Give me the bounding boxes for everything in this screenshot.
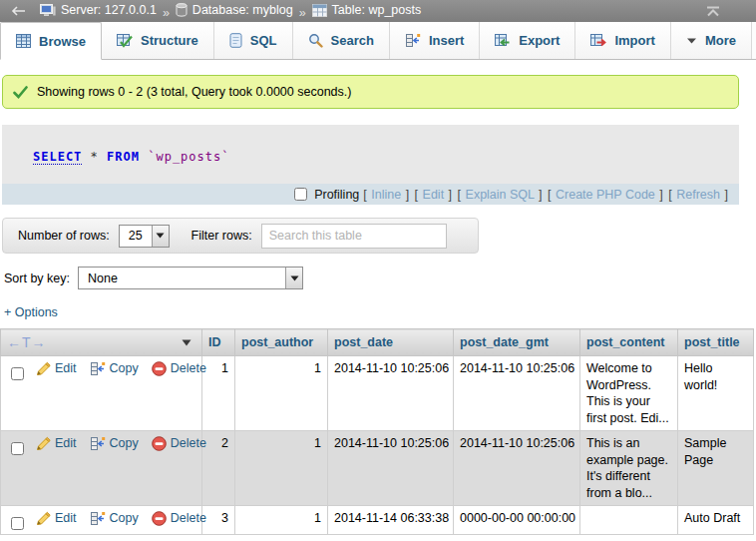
column-header-post_date_gmt[interactable]: post_date_gmt — [454, 329, 580, 356]
database-icon — [176, 3, 188, 17]
sql-icon — [229, 33, 242, 48]
copy-row-link[interactable]: Copy — [90, 435, 139, 452]
breadcrumb-item[interactable]: Table: wp_posts — [312, 3, 422, 17]
column-header-post_date[interactable]: post_date — [328, 329, 454, 356]
options-toggle-link[interactable]: + Options — [4, 305, 58, 319]
breadcrumb-item[interactable]: Database: myblog — [176, 3, 293, 17]
breadcrumb-item-label: Table: wp_posts — [332, 3, 422, 17]
copy-icon — [90, 436, 106, 451]
tab-more[interactable]: More — [671, 22, 752, 59]
tab-label: Structure — [141, 33, 198, 48]
cell-post-date-gmt: 0000-00-00 00:00:00 — [454, 506, 580, 535]
tab-import[interactable]: Import — [575, 22, 670, 59]
browse-icon — [16, 34, 31, 48]
status-message: Showing rows 0 - 2 (3 total, Query took … — [2, 75, 739, 109]
tab-sql[interactable]: SQL — [214, 22, 293, 59]
row-checkbox[interactable] — [11, 367, 24, 380]
breadcrumb-item-label: Database: myblog — [192, 3, 293, 17]
column-header-post_title[interactable]: post_title — [678, 329, 754, 356]
select-arrow-icon — [152, 226, 169, 247]
delete-row-link[interactable]: Delete — [152, 360, 206, 377]
insert-icon — [405, 33, 421, 48]
query-link-inline[interactable]: Inline — [371, 188, 401, 202]
results-table: ←T→IDpost_authorpost_datepost_date_gmtpo… — [0, 328, 754, 535]
breadcrumb: Server: 127.0.0.1»Database: myblog»Table… — [40, 3, 421, 20]
server-icon — [40, 4, 56, 17]
actions-column-header: ←T→ — [1, 329, 202, 356]
tab-browse[interactable]: Browse — [0, 22, 102, 60]
table-row: EditCopyDelete312014-11-14 06:33:380000-… — [1, 506, 754, 535]
query-link-refresh[interactable]: Refresh — [676, 188, 720, 202]
cell-post-content — [580, 506, 678, 535]
cell-post-date-gmt: 2014-11-10 10:25:06 — [454, 431, 580, 506]
cell-post-content: This is an example page. It's different … — [580, 431, 678, 506]
copy-row-link[interactable]: Copy — [90, 510, 139, 527]
breadcrumb-separator: » — [163, 6, 170, 20]
number-of-rows-label: Number of rows: — [18, 229, 110, 243]
breadcrumb-separator: » — [299, 6, 306, 20]
row-checkbox[interactable] — [11, 517, 24, 530]
edit-icon — [36, 511, 51, 526]
table-icon — [312, 4, 327, 17]
query-link-group: [ Refresh ] — [664, 188, 729, 202]
delete-row-link[interactable]: Delete — [152, 435, 206, 452]
cell-post-content: Welcome to WordPress. This is your first… — [580, 356, 678, 431]
cell-post-date: 2014-11-10 10:25:06 — [328, 356, 454, 431]
edit-row-link[interactable]: Edit — [36, 435, 77, 452]
column-header-id[interactable]: ID — [202, 329, 235, 356]
sort-key-value: None — [79, 268, 285, 288]
export-icon — [495, 34, 511, 48]
query-link-create-php-code[interactable]: Create PHP Code — [556, 188, 655, 202]
edit-icon — [36, 436, 51, 451]
query-link-group: [ Create PHP Code ] — [544, 188, 664, 202]
delete-row-link[interactable]: Delete — [152, 510, 206, 527]
tab-search[interactable]: Search — [293, 22, 390, 59]
cell-actions: EditCopyDelete — [1, 506, 202, 535]
breadcrumb-item-label: Server: 127.0.0.1 — [61, 3, 157, 17]
cell-post-date: 2014-11-14 06:33:38 — [328, 506, 454, 535]
query-link-explain-sql[interactable]: Explain SQL — [466, 188, 535, 202]
column-header-post_author[interactable]: post_author — [235, 329, 328, 356]
cell-post-title: Auto Draft — [678, 506, 754, 535]
sort-by-key-row: Sort by key: None — [4, 267, 756, 289]
tab-structure[interactable]: Structure — [102, 22, 214, 59]
rows-filter-bar: Number of rows: 25 Filter rows: — [2, 218, 479, 254]
tab-export[interactable]: Export — [480, 22, 575, 59]
sql-query-box: SELECT * FROM `wp_posts` Profiling [ Inl… — [2, 125, 739, 205]
copy-row-link[interactable]: Copy — [90, 360, 139, 377]
rows-per-page-select[interactable]: 25 — [119, 225, 170, 248]
import-icon — [590, 34, 606, 48]
query-link-edit[interactable]: Edit — [423, 188, 445, 202]
collapse-panel-icon[interactable] — [706, 6, 746, 17]
cell-post-author: 1 — [235, 431, 328, 506]
back-arrow-icon[interactable] — [10, 6, 26, 16]
row-checkbox[interactable] — [11, 442, 24, 455]
status-message-text: Showing rows 0 - 2 (3 total, Query took … — [37, 85, 351, 99]
delete-icon — [152, 361, 167, 376]
tab-label: Import — [614, 33, 654, 48]
filter-rows-label: Filter rows: — [191, 229, 252, 243]
edit-row-link[interactable]: Edit — [36, 360, 77, 377]
search-icon — [308, 33, 323, 48]
column-header-post_content[interactable]: post_content — [580, 329, 678, 356]
cell-post-title: Hello world! — [678, 356, 754, 431]
cell-post-author: 1 — [235, 506, 328, 535]
delete-icon — [152, 436, 167, 451]
profiling-checkbox[interactable] — [294, 188, 307, 201]
query-toolbar: Profiling [ Inline ] [ Edit ] [ Explain … — [2, 184, 739, 205]
sql-table-identifier: `wp_posts` — [148, 150, 229, 164]
tab-insert[interactable]: Insert — [390, 22, 480, 59]
sql-keyword-select[interactable]: SELECT — [33, 150, 82, 165]
table-filter-input[interactable] — [261, 224, 447, 249]
sort-key-select[interactable]: None — [78, 267, 303, 289]
query-link-group: [ Explain SQL ] — [453, 188, 543, 202]
breadcrumb-item[interactable]: Server: 127.0.0.1 — [40, 3, 157, 17]
copy-icon — [90, 511, 106, 526]
sql-keyword-from: FROM — [107, 150, 140, 164]
transpose-widget[interactable]: ←T→ — [7, 334, 47, 350]
edit-row-link[interactable]: Edit — [36, 510, 77, 527]
tab-label: Insert — [429, 33, 464, 48]
tab-label: Search — [331, 33, 374, 48]
sort-caret-icon[interactable] — [182, 339, 191, 346]
sql-query-text: SELECT * FROM `wp_posts` — [2, 125, 739, 184]
